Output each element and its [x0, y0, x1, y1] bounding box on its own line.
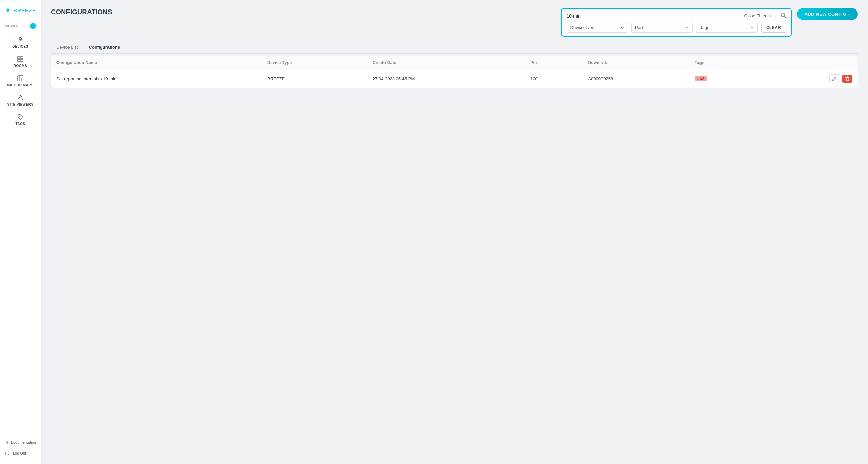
- menu-label-row: MENU +: [0, 22, 41, 33]
- tab-device-list[interactable]: Device List: [51, 42, 83, 53]
- svg-rect-2: [21, 56, 23, 59]
- documentation-label: Documentation: [11, 440, 36, 444]
- port-label: Port: [635, 25, 643, 30]
- logout-link[interactable]: Log Out: [0, 448, 41, 459]
- sidebar-item-site-viewers-label: SITE VIEWERS: [7, 103, 33, 106]
- col-config-name: Configuration Name: [51, 56, 262, 69]
- sidebar-item-rooms-label: ROOMS: [14, 64, 27, 68]
- sidebar-item-rooms[interactable]: ROOMS: [0, 52, 41, 71]
- svg-rect-1: [18, 56, 20, 59]
- sidebar-item-tags-label: TAGS: [15, 122, 25, 126]
- port-cell: 100: [525, 69, 583, 88]
- device-type-dropdown[interactable]: Device Type: [567, 23, 628, 33]
- logo-icon: [5, 5, 11, 15]
- sidebar: BREEZE MENU + DEVICES ROOMS: [0, 0, 41, 464]
- site-viewers-icon: [17, 94, 24, 101]
- logout-icon: [5, 450, 10, 456]
- header-right: 10 min Close Filter ✕ |: [561, 8, 858, 37]
- svg-point-0: [19, 39, 21, 41]
- sidebar-item-tags[interactable]: TAGS: [0, 110, 41, 129]
- col-device-type: Device Type: [262, 56, 367, 69]
- logout-label: Log Out: [13, 451, 26, 455]
- svg-rect-5: [18, 76, 23, 81]
- documentation-icon: [5, 440, 8, 445]
- col-downlink: Downlink: [583, 56, 689, 69]
- menu-label: MENU: [5, 24, 17, 28]
- logo: BREEZE: [0, 5, 41, 22]
- col-port: Port: [525, 56, 583, 69]
- filter-search-value: 10 min: [567, 13, 581, 19]
- close-filter-label: Close Filter: [744, 13, 767, 18]
- delete-button[interactable]: [842, 75, 852, 83]
- search-button[interactable]: [780, 12, 786, 19]
- svg-point-16: [781, 13, 785, 17]
- downlink-cell: A000000258: [583, 69, 689, 88]
- table: Configuration Name Device Type Create Da…: [51, 56, 858, 88]
- tag-badge-co2: co2: [695, 76, 707, 81]
- svg-point-9: [19, 96, 22, 98]
- svg-rect-4: [21, 59, 23, 62]
- logo-text: BREEZE: [13, 7, 36, 13]
- documentation-link[interactable]: Documentation: [0, 437, 41, 448]
- filter-search-row: 10 min Close Filter ✕ |: [567, 12, 786, 19]
- action-buttons: [762, 74, 852, 83]
- sidebar-item-site-viewers[interactable]: SITE VIEWERS: [0, 90, 41, 110]
- create-date-cell: 27.04.2023 06:45 PM: [367, 69, 525, 88]
- indoor-maps-icon: [17, 75, 24, 82]
- clear-button[interactable]: CLEAR: [761, 23, 786, 33]
- sidebar-item-indoor-maps-label: INDOOR MAPS: [7, 83, 33, 87]
- close-filter-button[interactable]: Close Filter ✕: [744, 13, 772, 19]
- col-actions: [757, 56, 858, 69]
- svg-line-17: [784, 17, 786, 18]
- sidebar-item-devices[interactable]: DEVICES: [0, 33, 41, 52]
- main-content: CONFIGURATIONS 10 min Close Filter ✕ |: [41, 0, 868, 464]
- table-body: Set reporting interval to 10 min BREEZE …: [51, 69, 858, 88]
- port-dropdown[interactable]: Port: [631, 23, 693, 33]
- menu-add-button[interactable]: +: [30, 23, 36, 29]
- device-type-label: Device Type: [570, 25, 594, 30]
- device-type-cell: BREEZE: [262, 69, 367, 88]
- tags-dropdown[interactable]: Tags: [696, 23, 757, 33]
- filter-dropdowns-row: Device Type Port Tags: [567, 23, 786, 33]
- page-header: CONFIGURATIONS 10 min Close Filter ✕ |: [51, 8, 858, 37]
- sidebar-footer: Documentation Log Out: [0, 433, 41, 459]
- table-header: Configuration Name Device Type Create Da…: [51, 56, 858, 69]
- tabs-row: Device List Configurations: [51, 42, 858, 54]
- tab-configurations[interactable]: Configurations: [83, 42, 125, 53]
- edit-icon: [832, 76, 837, 81]
- tags-icon: [17, 113, 24, 121]
- svg-point-10: [19, 116, 20, 117]
- chevron-down-icon: [620, 26, 624, 30]
- trash-icon: [845, 76, 850, 81]
- search-icon: [780, 12, 786, 18]
- tags-cell: co2: [689, 69, 757, 88]
- table-row: Set reporting interval to 10 min BREEZE …: [51, 69, 858, 88]
- devices-icon: [17, 36, 24, 43]
- close-filter-x-icon: ✕: [768, 13, 772, 19]
- chevron-down-icon: [685, 26, 689, 30]
- add-new-config-button[interactable]: ADD NEW CONFIG +: [797, 8, 858, 20]
- svg-rect-3: [18, 59, 20, 62]
- edit-button[interactable]: [829, 74, 840, 83]
- sidebar-item-devices-label: DEVICES: [12, 45, 28, 48]
- chevron-down-icon: [750, 26, 754, 30]
- col-tags: Tags: [689, 56, 757, 69]
- rooms-icon: [17, 55, 24, 63]
- sidebar-item-indoor-maps[interactable]: INDOOR MAPS: [0, 71, 41, 90]
- filter-box: 10 min Close Filter ✕ |: [561, 8, 792, 37]
- configurations-table: Configuration Name Device Type Create Da…: [51, 56, 858, 88]
- actions-cell: [757, 69, 858, 88]
- page-title: CONFIGURATIONS: [51, 8, 112, 16]
- config-name-cell: Set reporting interval to 10 min: [51, 69, 262, 88]
- tags-label: Tags: [700, 25, 709, 30]
- filter-search-right: Close Filter ✕ |: [744, 12, 786, 19]
- col-create-date: Create Date: [367, 56, 525, 69]
